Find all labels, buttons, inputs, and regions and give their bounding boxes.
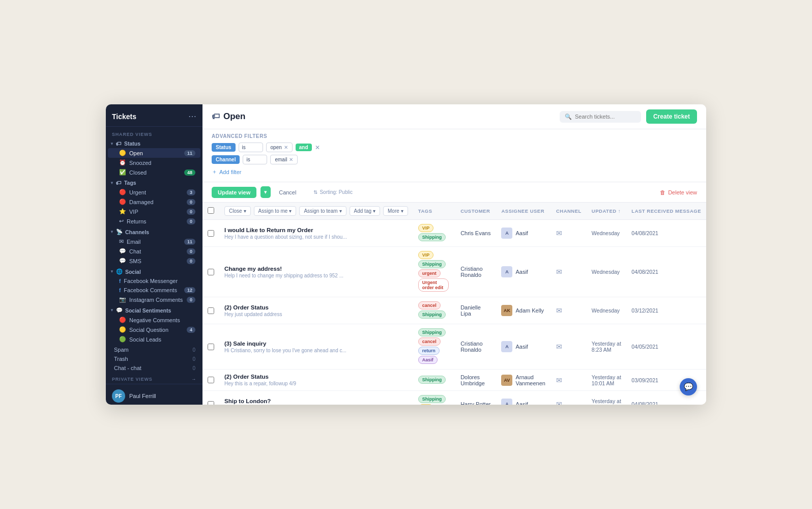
ticket-channel-cell: ✉ (551, 324, 587, 370)
sidebar-item-social-leads[interactable]: 🟢 Social Leads (108, 334, 200, 344)
channel-filter-chip[interactable]: Channel (212, 155, 240, 164)
chevron-right-icon: ▼ (110, 181, 114, 185)
sidebar-item-fb-messenger[interactable]: f Facebook Messenger (108, 276, 200, 286)
status-value-text: open (271, 145, 282, 150)
select-all-col (202, 203, 219, 220)
sidebar-footer: PF Paul Ferrill (106, 384, 202, 405)
chat-icon: 💬 (119, 248, 126, 254)
sidebar-group-channels-header[interactable]: ▼ 📡 Channels (106, 227, 202, 237)
last-received-date: 04/05/2021 (631, 344, 658, 350)
sidebar-group-status-header[interactable]: ▼ 🏷 Status (106, 139, 202, 148)
channel-icon: ✉ (556, 229, 562, 237)
sidebar-item-returns[interactable]: ↩ Returns 0 (108, 216, 200, 226)
row-checkbox[interactable] (208, 307, 214, 314)
add-tag-button[interactable]: Add tag ▾ (350, 206, 380, 216)
row-checkbox[interactable] (208, 230, 214, 237)
tag-pill: return (418, 347, 440, 355)
sidebar-item-closed[interactable]: ✅ Closed 48 (108, 167, 200, 177)
chevron-down-icon: ▼ (110, 142, 114, 146)
delete-view-button[interactable]: 🗑 Delete view (660, 189, 697, 195)
ticket-info-cell[interactable]: (3) Sale inquiry Hi Cristiano, sorry to … (219, 324, 413, 370)
returns-icon: ↩ (119, 218, 124, 224)
sidebar-item-spam[interactable]: Spam 0 (108, 345, 200, 354)
ticket-info-cell[interactable]: Change my address! Help I need to change… (219, 247, 413, 297)
table-row[interactable]: (2) Order Status Hey just updated addres… (202, 297, 706, 324)
chat-fab-button[interactable]: 💬 (680, 378, 697, 395)
sidebar-item-trash[interactable]: Trash 0 (108, 354, 200, 363)
ticket-info-cell[interactable]: (2) Order Status Hey just updated addres… (219, 297, 413, 324)
ticket-info-cell[interactable]: I would Like to Return my Order Hey I ha… (219, 220, 413, 247)
chevron-down-icon-2: ▼ (110, 230, 114, 234)
add-filter-button[interactable]: ＋ Add filter (212, 167, 697, 177)
sidebar-item-open[interactable]: 🟡 Open 11 (108, 148, 200, 158)
assign-me-dropdown-icon: ▾ (289, 208, 292, 214)
more-button[interactable]: More ▾ (383, 206, 408, 216)
vip-icon: ⭐ (119, 208, 126, 215)
assign-to-team-button[interactable]: Assign to team ▾ (299, 206, 346, 216)
channel-close-icon[interactable]: ✕ (289, 157, 293, 162)
sidebar-item-negative-comments[interactable]: 🔴 Negative Comments (108, 315, 200, 325)
cancel-button[interactable]: Cancel (275, 187, 300, 198)
ticket-tags-cell: ShippingcancelreturnAasif (413, 324, 455, 370)
row-checkbox[interactable] (208, 377, 214, 383)
row-checkbox[interactable] (208, 344, 214, 350)
close-action-button[interactable]: Close ▾ (224, 206, 251, 216)
chat-fab-icon: 💬 (684, 382, 693, 391)
status-close-icon[interactable]: ✕ (284, 145, 288, 150)
search-icon: 🔍 (565, 114, 572, 120)
sidebar-item-chat-chat[interactable]: Chat - chat 0 (108, 363, 200, 373)
and-connector[interactable]: and (296, 144, 312, 151)
row-checkbox-cell (202, 297, 219, 324)
table-row[interactable]: I would Like to Return my Order Hey I ha… (202, 220, 706, 247)
sidebar-item-ig-comments-label: Instagram Comments (129, 297, 187, 303)
create-ticket-button[interactable]: Create ticket (646, 109, 697, 124)
tag-pill: Urgent order edit (418, 278, 449, 292)
status-operator-select[interactable]: is is not (239, 143, 263, 152)
ticket-info-cell[interactable]: Ship to London? Hey all, do you ship to … (219, 391, 413, 405)
assign-to-me-button[interactable]: Assign to me ▾ (254, 206, 297, 216)
select-all-checkbox[interactable] (208, 207, 214, 214)
search-input[interactable] (575, 114, 631, 120)
status-row-close-icon[interactable]: ✕ (315, 144, 320, 151)
update-view-button[interactable]: Update view (212, 187, 256, 198)
sidebar-item-fb-comments[interactable]: f Facebook Comments 12 (108, 286, 200, 295)
table-row[interactable]: Change my address! Help I need to change… (202, 247, 706, 297)
updated-column-header[interactable]: UPDATED ↑ (587, 203, 626, 220)
channel-operator-select[interactable]: is is not (243, 155, 267, 164)
add-private-view-icon[interactable]: → (191, 377, 196, 382)
updated-time: Wednesday (592, 269, 620, 275)
damaged-icon: 🔴 (119, 199, 126, 205)
sidebar-group-social-sentiments-header[interactable]: ▼ 💬 Social Sentiments (106, 305, 202, 315)
sidebar-item-vip[interactable]: ⭐ VIP 0 (108, 207, 200, 216)
sidebar-item-snoozed[interactable]: ⏰ Snoozed (108, 158, 200, 167)
sidebar-group-social-header[interactable]: ▼ 🌐 Social (106, 267, 202, 276)
table-row[interactable]: (2) Order Status Hey this is a repair, f… (202, 370, 706, 391)
sidebar-more-icon[interactable]: ⋯ (188, 111, 196, 121)
sidebar-item-ig-comments[interactable]: 📷 Instagram Comments 0 (108, 295, 200, 304)
table-row[interactable]: (3) Sale inquiry Hi Cristiano, sorry to … (202, 324, 706, 370)
sidebar-item-chat[interactable]: 💬 Chat 0 (108, 246, 200, 256)
ticket-info-cell[interactable]: (2) Order Status Hey this is a repair, f… (219, 370, 413, 391)
sidebar-group-channels: ▼ 📡 Channels ✉ Email 11 💬 Chat 0 💬 SMS 0 (106, 227, 202, 266)
sidebar-item-sms[interactable]: 💬 SMS 0 (108, 256, 200, 266)
updated-time: Wednesday (592, 307, 620, 314)
sidebar-item-email[interactable]: ✉ Email 11 (108, 237, 200, 246)
tickets-tbody: I would Like to Return my Order Hey I ha… (202, 220, 706, 405)
row-checkbox[interactable] (208, 401, 214, 405)
sidebar-group-tags-header[interactable]: ▼ 🏷 Tags (106, 178, 202, 187)
sidebar-group-status: ▼ 🏷 Status 🟡 Open 11 ⏰ Snoozed ✅ Closed … (106, 139, 202, 177)
sidebar-item-damaged[interactable]: 🔴 Damaged 0 (108, 197, 200, 207)
table-row[interactable]: Ship to London? Hey all, do you ship to … (202, 391, 706, 405)
row-checkbox-cell (202, 370, 219, 391)
tag-pill: Shipping (418, 233, 446, 241)
ticket-customer-cell: Cristiano Ronaldo (455, 247, 496, 297)
row-checkbox[interactable] (208, 269, 214, 275)
update-view-dropdown[interactable]: ▾ (260, 186, 271, 198)
status-filter-chip[interactable]: Status (212, 143, 236, 152)
add-tag-dropdown-icon: ▾ (373, 208, 375, 214)
sidebar-item-social-question[interactable]: 🟡 Social Question 4 (108, 325, 200, 334)
action-bar: Update view ▾ Cancel ⇅ Sorting: Public 🗑… (202, 182, 706, 203)
sidebar-item-urgent[interactable]: 🔴 Urgent 3 (108, 187, 200, 197)
sorting-public: ⇅ Sorting: Public (304, 186, 361, 198)
table-container: Close ▾ Assign to me ▾ Assign to team ▾ (202, 203, 706, 405)
